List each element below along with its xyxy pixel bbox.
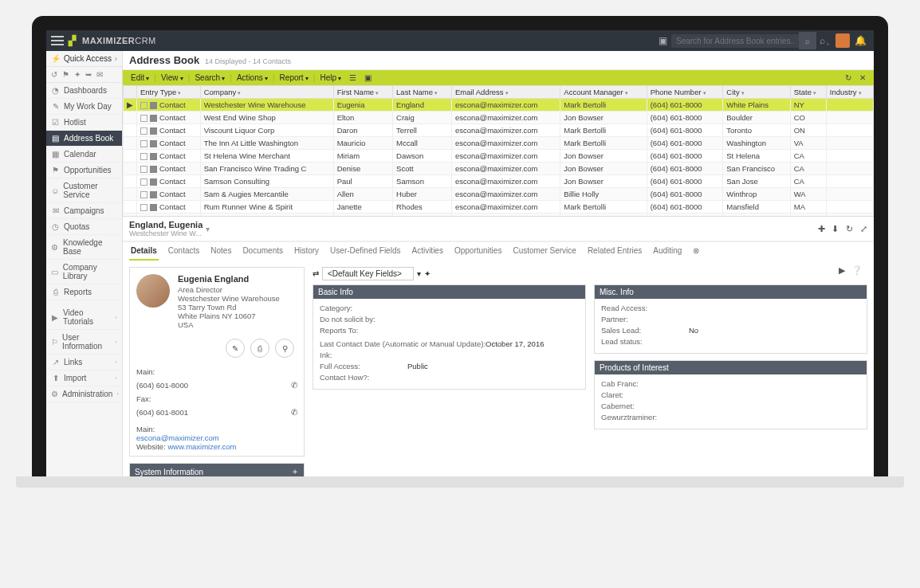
- phone-icon[interactable]: ✆: [291, 381, 297, 390]
- qa-icon[interactable]: ↺: [51, 70, 57, 79]
- grid-area[interactable]: Entry Type▾Company▾First Name▾Last Name▾…: [123, 85, 874, 217]
- tab-customer-service[interactable]: Customer Service: [511, 242, 577, 261]
- menubar-icon[interactable]: ▣: [361, 72, 375, 84]
- menu-edit[interactable]: Edit: [128, 72, 152, 84]
- qa-icon[interactable]: ➥: [85, 70, 92, 79]
- menubar-icon[interactable]: ☰: [346, 72, 360, 84]
- chevron-down-icon[interactable]: ▾: [206, 225, 210, 233]
- col-header[interactable]: First Name▾: [333, 86, 392, 99]
- tab-opportunities[interactable]: Opportunities: [453, 242, 503, 261]
- checkbox[interactable]: [140, 166, 147, 173]
- checkbox[interactable]: [140, 102, 147, 109]
- add-icon[interactable]: ✚: [818, 224, 825, 233]
- table-row[interactable]: ContactSamson ConsultingPaulSamsonescona…: [124, 175, 874, 188]
- plus-icon[interactable]: ＋: [291, 466, 299, 476]
- bell-icon[interactable]: 🔔: [851, 32, 869, 49]
- tab-activities[interactable]: Activities: [410, 242, 444, 261]
- checkbox[interactable]: [140, 115, 147, 122]
- edit-icon[interactable]: ✎: [226, 339, 245, 358]
- tab-auditing[interactable]: Auditing: [651, 242, 683, 261]
- sidebar-item-quotas[interactable]: ◷Quotas: [46, 219, 122, 235]
- checkbox[interactable]: [140, 204, 147, 211]
- chevron-down-icon[interactable]: ▾: [417, 269, 421, 278]
- tab-notes[interactable]: Notes: [209, 242, 233, 261]
- col-header[interactable]: Last Name▾: [393, 86, 452, 99]
- sidebar-item-company-library[interactable]: ▭Company Library: [46, 260, 122, 284]
- tab-close-icon[interactable]: ⊗: [691, 242, 701, 261]
- table-row[interactable]: ContactThe Inn At Little WashingtonMauri…: [124, 137, 874, 150]
- sidebar-item-address-book[interactable]: ▤Address Book: [46, 131, 122, 147]
- sidebar-item-knowledge-base[interactable]: ⚙Knowledge Base: [46, 235, 122, 260]
- col-header[interactable]: Account Manager▾: [560, 86, 647, 99]
- gear-icon[interactable]: ✦: [424, 269, 431, 278]
- tab-related-entries[interactable]: Related Entries: [586, 242, 643, 261]
- menu-report[interactable]: Report: [277, 72, 312, 84]
- sidebar-item-dashboards[interactable]: ◔Dashboards: [46, 83, 122, 99]
- checkbox[interactable]: [140, 127, 147, 135]
- table-row[interactable]: ContactViscount Liquor CorpDaronTerrelle…: [124, 124, 874, 137]
- email-link[interactable]: escona@maximizer.com: [136, 433, 297, 442]
- sidebar-item-links[interactable]: ↗Links›: [46, 355, 122, 370]
- menu-icon[interactable]: [51, 36, 64, 45]
- search-icon[interactable]: ⌕: [799, 32, 816, 49]
- checkbox[interactable]: [140, 178, 147, 186]
- avatar[interactable]: [834, 32, 851, 49]
- table-row[interactable]: ContactRum Runner Wine & SpiritJanetteRh…: [124, 201, 874, 214]
- qa-icon[interactable]: ✉: [96, 70, 103, 79]
- tab-documents[interactable]: Documents: [241, 242, 285, 261]
- menu-search[interactable]: Search: [191, 72, 228, 84]
- menu-actions[interactable]: Actions: [234, 72, 271, 84]
- sidebar-item-customer-service[interactable]: ☺Customer Service: [46, 178, 122, 203]
- sidebar-item-my-work-day[interactable]: ✎My Work Day: [46, 99, 122, 115]
- table-row[interactable]: ContactSam & Augies MercantileAllenHuber…: [124, 188, 874, 201]
- checkbox[interactable]: [140, 191, 147, 198]
- sidebar-item-calendar[interactable]: ▦Calendar: [46, 147, 122, 163]
- col-header[interactable]: Phone Number▾: [647, 86, 723, 99]
- quick-access-header[interactable]: ⚡ Quick Access ›: [46, 51, 122, 67]
- print-icon[interactable]: ⎙: [250, 339, 269, 358]
- sidebar-item-campaigns[interactable]: ✉Campaigns: [46, 203, 122, 219]
- table-row[interactable]: ContactSt Helena Wine MerchantMiriamDaws…: [124, 150, 874, 163]
- tab-history[interactable]: History: [293, 242, 320, 261]
- download-icon[interactable]: ⬇: [832, 224, 839, 233]
- col-header[interactable]: State▾: [790, 86, 826, 99]
- col-header[interactable]: Entry Type▾: [137, 86, 201, 99]
- qa-icon[interactable]: ⚑: [62, 70, 69, 79]
- sidebar-item-import[interactable]: ⬆Import›: [46, 370, 122, 386]
- sidebar-item-hotlist[interactable]: ☑Hotlist: [46, 115, 122, 131]
- sidebar-item-video-tutorials[interactable]: ▶Video Tutorials›: [46, 305, 122, 330]
- sidebar-item-administration[interactable]: ⚙Administration›: [46, 386, 122, 402]
- refresh-icon[interactable]: ↻: [842, 72, 855, 84]
- phone-icon[interactable]: ✆: [291, 408, 297, 417]
- tab-details[interactable]: Details: [129, 242, 159, 261]
- book-icon[interactable]: ▣: [654, 32, 671, 49]
- table-row[interactable]: ContactSan Francisco Wine Trading CDenis…: [124, 163, 874, 175]
- checkbox[interactable]: [140, 153, 147, 160]
- table-row[interactable]: ContactWest End Wine ShopEltonCraigescon…: [124, 112, 874, 124]
- location-icon[interactable]: ⚲: [275, 339, 294, 358]
- menu-help[interactable]: Help: [316, 72, 344, 84]
- keyfields-icon[interactable]: ⇄: [313, 269, 319, 278]
- expand-icon[interactable]: ⤢: [860, 224, 867, 233]
- checkbox[interactable]: [140, 140, 147, 147]
- video-icon[interactable]: ▶: [839, 265, 845, 276]
- col-header[interactable]: City▾: [723, 86, 790, 99]
- col-header[interactable]: Email Address▾: [451, 86, 560, 99]
- table-row[interactable]: ▶ContactWestchester Wine WarehouseEugeni…: [124, 99, 874, 112]
- magnify-plus-icon[interactable]: ⌕₊: [816, 32, 834, 49]
- tab-contacts[interactable]: Contacts: [167, 242, 201, 261]
- close-icon[interactable]: ✕: [856, 72, 869, 84]
- col-header[interactable]: Company▾: [200, 86, 333, 99]
- menu-view[interactable]: View: [158, 72, 187, 84]
- sidebar-item-opportunities[interactable]: ⚑Opportunities: [46, 163, 122, 178]
- tab-user-defined-fields[interactable]: User-Defined Fields: [328, 242, 402, 261]
- help-icon[interactable]: ❔: [851, 265, 863, 276]
- website-link[interactable]: www.maximizer.com: [167, 442, 236, 451]
- refresh-icon[interactable]: ↻: [846, 224, 853, 233]
- qa-icon[interactable]: ✦: [74, 70, 81, 79]
- col-header[interactable]: Industry▾: [826, 86, 873, 99]
- sidebar-item-user-information[interactable]: ⚐User Information›: [46, 330, 122, 355]
- keyfields-select[interactable]: <Default Key Fields>: [322, 267, 414, 280]
- sidebar-item-reports[interactable]: ⎙Reports: [46, 284, 122, 300]
- global-search-input[interactable]: [671, 34, 799, 48]
